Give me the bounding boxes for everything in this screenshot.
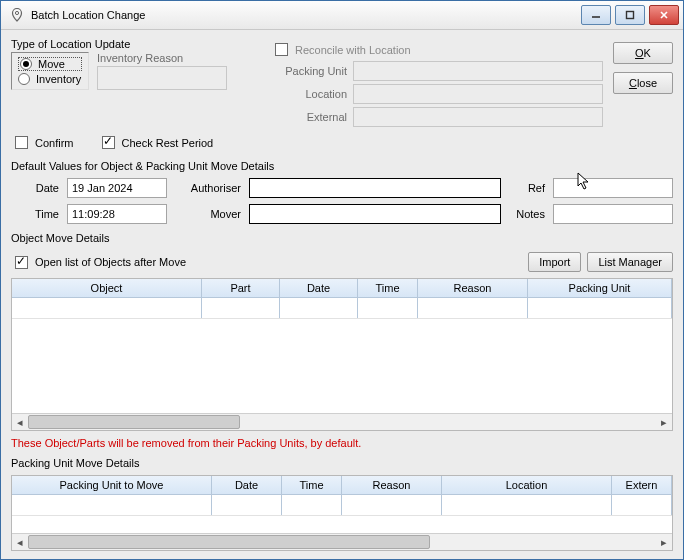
- object-col-object[interactable]: Object: [12, 279, 202, 297]
- scroll-right-icon[interactable]: ▸: [656, 534, 672, 550]
- notes-input[interactable]: [553, 204, 673, 224]
- packing-table: Packing Unit to Move Date Time Reason Lo…: [11, 475, 673, 551]
- check-rest-period-label[interactable]: Check Rest Period: [98, 133, 214, 152]
- packing-table-hscroll[interactable]: ◂ ▸: [12, 533, 672, 550]
- removal-warning: These Object/Parts will be removed from …: [11, 437, 673, 449]
- mover-label: Mover: [173, 208, 243, 220]
- svg-rect-2: [627, 12, 634, 19]
- close-window-button[interactable]: [649, 5, 679, 25]
- packing-col-time[interactable]: Time: [282, 476, 342, 494]
- time-label: Time: [11, 208, 61, 220]
- reconcile-ext-input: [353, 107, 603, 127]
- object-table-hscroll[interactable]: ◂ ▸: [12, 413, 672, 430]
- close-button[interactable]: Close: [613, 72, 673, 94]
- mover-input[interactable]: [249, 204, 501, 224]
- object-col-date[interactable]: Date: [280, 279, 358, 297]
- notes-label: Notes: [507, 208, 547, 220]
- packing-col-loc[interactable]: Location: [442, 476, 612, 494]
- defaults-title: Default Values for Object & Packing Unit…: [11, 160, 673, 172]
- ok-button[interactable]: OK: [613, 42, 673, 64]
- inventory-reason-input: [97, 66, 227, 90]
- ref-label: Ref: [507, 182, 547, 194]
- window-title: Batch Location Change: [29, 9, 145, 21]
- object-table: Object Part Date Time Reason Packing Uni…: [11, 278, 673, 431]
- open-after-move-label[interactable]: Open list of Objects after Move: [11, 253, 186, 272]
- table-row[interactable]: [12, 298, 672, 319]
- svg-point-0: [15, 11, 18, 14]
- reconcile-pu-input: [353, 61, 603, 81]
- check-rest-period-checkbox[interactable]: [102, 136, 115, 149]
- object-col-time[interactable]: Time: [358, 279, 418, 297]
- date-input[interactable]: [67, 178, 167, 198]
- type-of-update-group: Type of Location Update Move Inventory: [11, 38, 261, 127]
- titlebar: Batch Location Change: [1, 1, 683, 30]
- ref-input[interactable]: [553, 178, 673, 198]
- reconcile-ext-label: External: [275, 111, 347, 123]
- packing-table-header: Packing Unit to Move Date Time Reason Lo…: [12, 476, 672, 495]
- authoriser-label: Authoriser: [173, 182, 243, 194]
- object-table-header: Object Part Date Time Reason Packing Uni…: [12, 279, 672, 298]
- batch-location-change-window: Batch Location Change Type of Location U…: [0, 0, 684, 560]
- packing-col-date[interactable]: Date: [212, 476, 282, 494]
- scroll-left-icon[interactable]: ◂: [12, 534, 28, 550]
- scroll-thumb[interactable]: [28, 415, 240, 429]
- table-row[interactable]: [12, 495, 672, 516]
- location-pin-icon: [9, 7, 25, 23]
- object-table-body[interactable]: [12, 298, 672, 413]
- object-col-reason[interactable]: Reason: [418, 279, 528, 297]
- open-after-move-checkbox[interactable]: [15, 256, 28, 269]
- date-label: Date: [11, 182, 61, 194]
- type-of-update-title: Type of Location Update: [11, 38, 261, 50]
- authoriser-input[interactable]: [249, 178, 501, 198]
- reconcile-title: Reconcile with Location: [295, 44, 411, 56]
- reconcile-loc-input: [353, 84, 603, 104]
- packing-move-title: Packing Unit Move Details: [11, 457, 673, 469]
- reconcile-checkbox: [275, 43, 288, 56]
- reconcile-pu-label: Packing Unit: [275, 65, 347, 77]
- confirm-checkbox[interactable]: [15, 136, 28, 149]
- inventory-radio[interactable]: Inventory: [18, 73, 82, 85]
- packing-col-pu[interactable]: Packing Unit to Move: [12, 476, 212, 494]
- reconcile-group: Reconcile with Location Packing Unit Loc…: [271, 40, 603, 127]
- move-radio-input[interactable]: [20, 58, 32, 70]
- maximize-button[interactable]: [615, 5, 645, 25]
- packing-col-reason[interactable]: Reason: [342, 476, 442, 494]
- object-move-title: Object Move Details: [11, 232, 673, 244]
- packing-table-body[interactable]: [12, 495, 672, 533]
- object-col-part[interactable]: Part: [202, 279, 280, 297]
- reconcile-loc-label: Location: [275, 88, 347, 100]
- time-input[interactable]: [67, 204, 167, 224]
- scroll-left-icon[interactable]: ◂: [12, 414, 28, 430]
- scroll-thumb[interactable]: [28, 535, 430, 549]
- object-col-pu[interactable]: Packing Unit: [528, 279, 672, 297]
- confirm-checkbox-label[interactable]: Confirm: [11, 133, 74, 152]
- inventory-radio-input[interactable]: [18, 73, 30, 85]
- move-radio[interactable]: Move: [18, 57, 82, 71]
- inventory-reason-label: Inventory Reason: [97, 52, 227, 64]
- packing-col-ext[interactable]: Extern: [612, 476, 672, 494]
- scroll-right-icon[interactable]: ▸: [656, 414, 672, 430]
- list-manager-button[interactable]: List Manager: [587, 252, 673, 272]
- content-area: Type of Location Update Move Inventory: [1, 30, 683, 559]
- minimize-button[interactable]: [581, 5, 611, 25]
- import-button[interactable]: Import: [528, 252, 581, 272]
